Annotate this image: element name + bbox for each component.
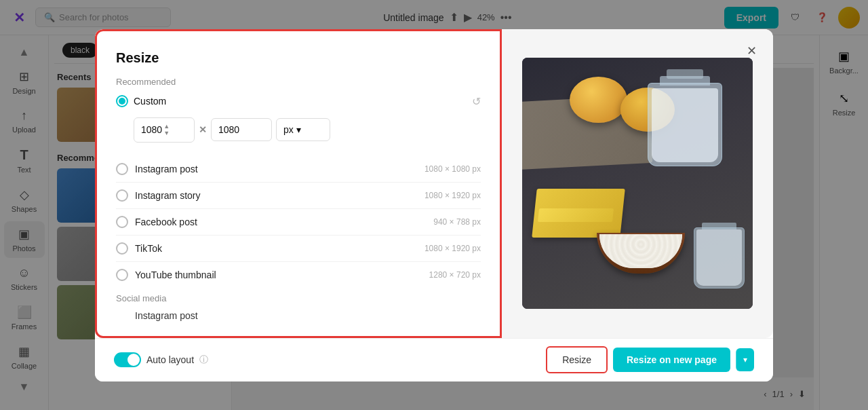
width-input[interactable]: 1080 ▲ ▼ [134, 117, 195, 143]
unit-dropdown-arrow: ▾ [296, 124, 301, 135]
youtube-thumbnail-label: YouTube thumbnail [135, 269, 422, 280]
option-youtube-thumbnail[interactable]: YouTube thumbnail 1280 × 720 px [116, 262, 481, 288]
auto-layout-info-icon[interactable]: ⓘ [199, 354, 208, 366]
custom-option-row: Custom ↺ [116, 95, 481, 108]
modal-left-panel: Resize Recommended Custom ↺ 1080 ▲ [95, 29, 502, 338]
instagram-post-size: 1080 × 1080 px [425, 164, 481, 174]
instagram-story-size: 1080 × 1920 px [425, 191, 481, 200]
option-tiktok[interactable]: TikTok 1080 × 1920 px [116, 236, 481, 262]
modal-body: Resize Recommended Custom ↺ 1080 ▲ [95, 29, 773, 338]
toggle-knob [127, 354, 140, 366]
options-list: Instagram post 1080 × 1080 px Instagram … [116, 156, 481, 288]
custom-radio-dot [119, 98, 125, 105]
auto-layout-row: Auto layout ⓘ [114, 352, 208, 367]
facebook-post-radio[interactable] [116, 216, 128, 228]
resize-modal: Resize Recommended Custom ↺ 1080 ▲ [95, 29, 773, 381]
dimension-separator: ✕ [199, 124, 207, 135]
facebook-post-size: 940 × 788 px [433, 217, 481, 227]
unit-value: px [283, 124, 294, 135]
auto-layout-label: Auto layout [146, 354, 194, 365]
instagram-post-radio[interactable] [116, 163, 128, 175]
facebook-post-label: Facebook post [135, 217, 427, 227]
custom-option-label: Custom [134, 96, 467, 107]
resize-new-dropdown-btn[interactable]: ▾ [736, 348, 754, 371]
youtube-thumbnail-radio[interactable] [116, 269, 128, 281]
width-down-arrow[interactable]: ▼ [163, 130, 170, 136]
option-instagram-post[interactable]: Instagram post 1080 × 1080 px [116, 156, 481, 183]
social-instagram-post[interactable]: Instagram post [116, 306, 481, 325]
modal-overlay: Resize Recommended Custom ↺ 1080 ▲ [0, 0, 868, 410]
height-input[interactable]: 1080 [211, 118, 272, 141]
youtube-thumbnail-size: 1280 × 720 px [429, 270, 481, 280]
modal-right-panel [502, 29, 773, 338]
social-media-section-label: Social media [116, 293, 481, 303]
width-up-arrow[interactable]: ▲ [163, 124, 170, 130]
footer-actions: Resize Resize on new page ▾ [546, 346, 754, 373]
preview-image [522, 58, 753, 309]
modal-title: Resize [116, 50, 481, 66]
modal-close-button[interactable]: ✕ [741, 40, 762, 62]
custom-radio-btn[interactable] [116, 95, 128, 107]
option-instagram-story[interactable]: Instagram story 1080 × 1920 px [116, 183, 481, 209]
modal-footer: Auto layout ⓘ Resize Resize on new page … [95, 338, 773, 381]
instagram-post-label: Instagram post [135, 164, 418, 174]
resize-new-page-button[interactable]: Resize on new page [613, 348, 730, 372]
tiktok-size: 1080 × 1920 px [425, 244, 481, 253]
resize-button[interactable]: Resize [546, 346, 608, 373]
auto-layout-toggle[interactable] [114, 352, 141, 367]
instagram-story-radio[interactable] [116, 189, 128, 202]
refresh-icon[interactable]: ↺ [472, 95, 481, 108]
tiktok-label: TikTok [135, 243, 418, 254]
option-facebook-post[interactable]: Facebook post 940 × 788 px [116, 209, 481, 236]
unit-selector[interactable]: px ▾ [276, 118, 330, 141]
instagram-story-label: Instagram story [135, 190, 418, 201]
food-scene [522, 58, 753, 309]
tiktok-radio[interactable] [116, 242, 128, 255]
width-arrows: ▲ ▼ [163, 124, 170, 136]
width-value: 1080 [141, 124, 162, 135]
dimension-inputs-row: 1080 ▲ ▼ ✕ 1080 px ▾ [134, 117, 481, 143]
recommended-section-label: Recommended [116, 77, 481, 87]
height-value: 1080 [218, 124, 239, 135]
